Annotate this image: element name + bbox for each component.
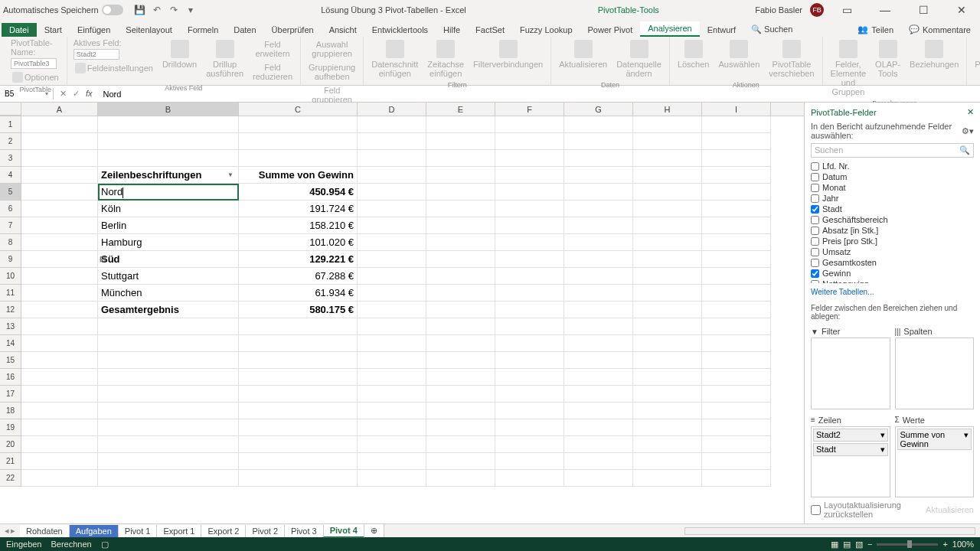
cell[interactable] [633, 386, 702, 403]
refresh-button[interactable]: Aktualisieren [557, 38, 609, 70]
cell[interactable] [702, 419, 771, 436]
cell[interactable] [426, 335, 495, 352]
cell[interactable] [564, 285, 633, 302]
zoom-out-icon[interactable]: − [867, 540, 872, 549]
cell[interactable]: Zeilenbeschriftungen▼ [98, 167, 239, 184]
cell[interactable] [239, 116, 358, 133]
field-checkbox[interactable] [811, 173, 819, 181]
cell[interactable] [358, 234, 426, 251]
cell[interactable] [495, 436, 564, 453]
tab-analyze[interactable]: Analysieren [640, 21, 699, 37]
cell[interactable] [564, 403, 633, 419]
cell[interactable] [426, 318, 495, 335]
cell[interactable] [495, 285, 564, 302]
zone-columns[interactable] [895, 337, 975, 409]
cell[interactable] [633, 470, 702, 487]
cell[interactable] [239, 369, 358, 386]
tab-file[interactable]: Datei [2, 23, 37, 37]
row-header[interactable]: 10 [0, 268, 21, 285]
sheet-tab-export2[interactable]: Export 2 [201, 525, 246, 537]
cell[interactable] [98, 419, 239, 436]
cell[interactable] [495, 470, 564, 487]
cell[interactable]: 61.934 € [239, 285, 358, 302]
cell[interactable] [495, 251, 564, 268]
cell[interactable] [21, 419, 98, 436]
cell[interactable] [564, 268, 633, 285]
cell[interactable] [21, 436, 98, 453]
cell[interactable] [702, 352, 771, 369]
col-header-b[interactable]: B [98, 103, 239, 116]
defer-checkbox[interactable] [811, 505, 821, 515]
zoom-level[interactable]: 100% [952, 540, 974, 549]
row-header[interactable]: 4 [0, 167, 21, 184]
clear-button[interactable]: Löschen [676, 38, 711, 70]
cell[interactable] [98, 335, 239, 352]
cell[interactable] [495, 335, 564, 352]
row-header[interactable]: 11 [0, 285, 21, 302]
cell[interactable] [495, 453, 564, 470]
cell[interactable] [633, 201, 702, 217]
row-header[interactable]: 18 [0, 403, 21, 419]
cell[interactable] [239, 470, 358, 487]
cell[interactable] [358, 470, 426, 487]
cell[interactable] [564, 419, 633, 436]
cell[interactable] [426, 352, 495, 369]
cell[interactable] [564, 150, 633, 167]
cell[interactable] [426, 403, 495, 419]
cell[interactable] [426, 201, 495, 217]
cell[interactable] [495, 150, 564, 167]
cell[interactable] [358, 369, 426, 386]
slicer-button[interactable]: Datenschnitt einfügen [370, 38, 420, 80]
row-header[interactable]: 19 [0, 419, 21, 436]
cell[interactable] [358, 436, 426, 453]
cell[interactable] [564, 436, 633, 453]
autosave-toggle[interactable] [102, 5, 123, 15]
cell[interactable] [239, 335, 358, 352]
col-header-h[interactable]: H [633, 103, 702, 116]
cell[interactable] [702, 436, 771, 453]
cell[interactable] [495, 302, 564, 318]
cell[interactable] [358, 335, 426, 352]
field-item[interactable]: Jahr [811, 193, 974, 204]
field-checkbox[interactable] [811, 205, 819, 214]
filterconn-button[interactable]: Filterverbindungen [472, 38, 544, 70]
tab-design[interactable]: Entwurf [700, 23, 743, 37]
cell[interactable] [98, 453, 239, 470]
cell[interactable] [358, 201, 426, 217]
field-checkbox[interactable] [811, 248, 819, 256]
cell[interactable] [633, 369, 702, 386]
drillup-button[interactable]: Drillup ausführen [204, 38, 245, 80]
cell[interactable] [702, 150, 771, 167]
cell[interactable]: 158.210 € [239, 217, 358, 234]
cell[interactable] [21, 302, 98, 318]
zone-filter[interactable] [811, 337, 890, 409]
cell[interactable] [633, 403, 702, 419]
field-checkbox[interactable] [811, 227, 819, 235]
comments-button[interactable]: 💬 Kommentare [901, 22, 978, 37]
maximize-button[interactable]: ☐ [908, 0, 939, 20]
cell[interactable] [702, 335, 771, 352]
cell[interactable] [426, 386, 495, 403]
activefield-input[interactable] [74, 49, 119, 60]
cell[interactable] [358, 217, 426, 234]
zone-row-item[interactable]: Stadt▾ [813, 443, 888, 456]
tab-factset[interactable]: FactSet [468, 23, 512, 37]
cell[interactable]: Hamburg [98, 234, 239, 251]
cell[interactable] [702, 201, 771, 217]
cell[interactable] [358, 184, 426, 201]
cell[interactable] [358, 352, 426, 369]
new-sheet-button[interactable]: ⊕ [364, 524, 384, 537]
col-header-d[interactable]: D [358, 103, 426, 116]
datasource-button[interactable]: Datenquelle ändern [615, 38, 663, 80]
cell[interactable] [702, 184, 771, 201]
field-item[interactable]: Gesamtkosten [811, 257, 974, 268]
cell[interactable] [633, 419, 702, 436]
cancel-edit-icon[interactable]: ✕ [60, 89, 67, 99]
field-checkbox[interactable] [811, 237, 819, 246]
cell[interactable] [702, 268, 771, 285]
field-item[interactable]: Monat [811, 182, 974, 193]
tab-powerpivot[interactable]: Power Pivot [580, 23, 641, 37]
cell[interactable] [702, 470, 771, 487]
row-header[interactable]: 6 [0, 201, 21, 217]
cell[interactable] [426, 184, 495, 201]
